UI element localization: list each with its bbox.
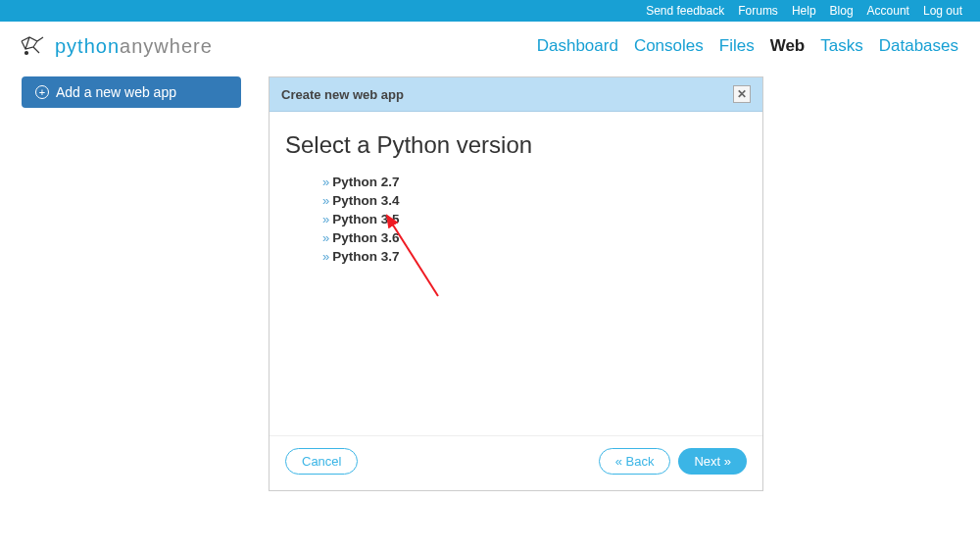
logo[interactable]: pythonanywhere	[18, 33, 213, 59]
logo-icon	[18, 33, 47, 59]
next-button[interactable]: Next »	[678, 448, 747, 475]
add-web-app-button[interactable]: + Add a new web app	[22, 76, 241, 108]
topbar-link-blog[interactable]: Blog	[830, 4, 854, 18]
chevron-right-icon: »	[322, 175, 329, 189]
chevron-right-icon: »	[322, 249, 329, 264]
main-nav: Dashboard Consoles Files Web Tasks Datab…	[537, 36, 958, 56]
version-link-35[interactable]: Python 3.5	[332, 212, 399, 226]
nav-consoles[interactable]: Consoles	[634, 36, 704, 56]
modal-body: Select a Python version »Python 2.7 »Pyt…	[270, 112, 762, 435]
nav-web[interactable]: Web	[770, 36, 806, 56]
svg-point-0	[25, 52, 28, 55]
back-button[interactable]: « Back	[599, 448, 671, 475]
python-version-list: »Python 2.7 »Python 3.4 »Python 3.5 »Pyt…	[285, 173, 747, 265]
modal-header: Create new web app ✕	[270, 77, 762, 112]
main-content: + Add a new web app Create new web app ✕…	[0, 71, 980, 497]
nav-tasks[interactable]: Tasks	[820, 36, 862, 56]
version-link-34[interactable]: Python 3.4	[332, 193, 399, 208]
topbar-link-logout[interactable]: Log out	[923, 4, 962, 18]
modal-footer: Cancel « Back Next »	[270, 435, 762, 490]
topbar-link-help[interactable]: Help	[792, 4, 816, 18]
version-link-27[interactable]: Python 2.7	[332, 175, 399, 189]
logo-text: pythonanywhere	[55, 35, 213, 58]
plus-circle-icon: +	[35, 85, 49, 99]
create-webapp-modal: Create new web app ✕ Select a Python ver…	[269, 76, 763, 491]
nav-databases[interactable]: Databases	[879, 36, 958, 56]
modal-title: Select a Python version	[285, 131, 747, 159]
list-item: »Python 3.7	[322, 247, 747, 265]
modal-header-title: Create new web app	[281, 87, 404, 102]
chevron-right-icon: »	[322, 212, 329, 226]
add-button-label: Add a new web app	[56, 84, 176, 100]
topbar-link-feedback[interactable]: Send feedback	[646, 4, 724, 18]
cancel-button[interactable]: Cancel	[285, 448, 358, 475]
close-icon[interactable]: ✕	[733, 85, 751, 103]
topbar-link-forums[interactable]: Forums	[738, 4, 778, 18]
list-item: »Python 2.7	[322, 173, 747, 190]
nav-files[interactable]: Files	[719, 36, 755, 56]
topbar-link-account[interactable]: Account	[867, 4, 909, 18]
chevron-right-icon: »	[322, 230, 329, 245]
header: pythonanywhere Dashboard Consoles Files …	[0, 22, 980, 71]
list-item: »Python 3.6	[322, 228, 747, 246]
nav-dashboard[interactable]: Dashboard	[537, 36, 618, 56]
version-link-36[interactable]: Python 3.6	[332, 230, 399, 245]
list-item: »Python 3.5	[322, 210, 747, 227]
version-link-37[interactable]: Python 3.7	[332, 249, 399, 264]
list-item: »Python 3.4	[322, 191, 747, 209]
footer-right-group: « Back Next »	[599, 448, 747, 475]
chevron-right-icon: »	[322, 193, 329, 208]
topbar: Send feedback Forums Help Blog Account L…	[0, 0, 980, 22]
